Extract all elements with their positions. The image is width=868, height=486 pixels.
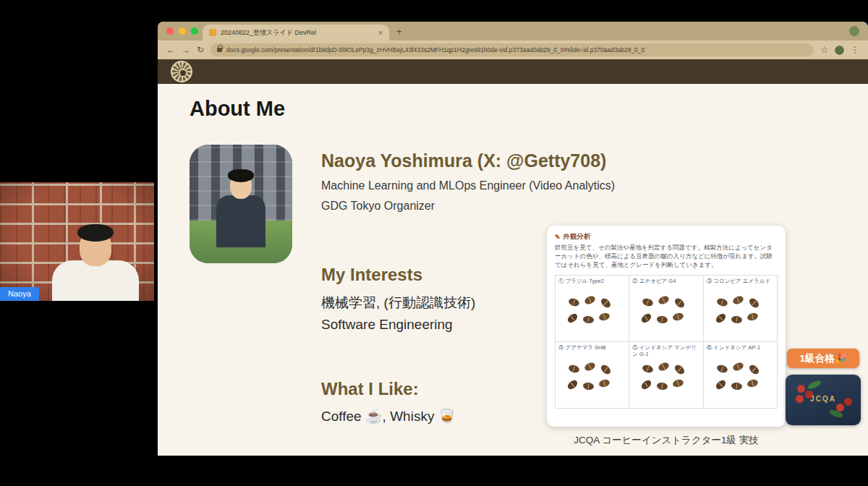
coffee-berry-icon [797,385,805,393]
slide-theme-emblem-icon [171,61,192,82]
close-window-icon[interactable] [166,27,174,35]
bean-cell: ④ グアテマラ SHB [556,342,629,409]
bean-cell: ② エチオピア G4 [629,276,703,342]
pass-badge: 1級合格🎉 [787,349,859,368]
reload-icon[interactable]: ↻ [197,46,204,54]
tab-title: 20240822_登壇スライド DevRel [221,28,374,38]
analysis-header-label: 外観分析 [563,232,591,242]
participant-video-tile[interactable]: Naoya [0,182,154,301]
role-line-2: GDG Tokyo Organizer [321,200,435,213]
bean-label: ③ コロンビア エメラルド [707,278,774,291]
new-tab-button[interactable]: + [396,26,402,37]
browser-tab-bar: 20240822_登壇スライド DevRel × + [158,22,868,40]
participant-name-tag: Naoya [0,287,39,301]
interest-item-2: Software Engineering [321,317,453,333]
participant-head [80,229,111,266]
coffee-analysis-card: ✎ 外観分析 焙煎豆を見て、その製法や産地を判定する問題です。精製方法によってセ… [547,226,786,427]
interest-item-1: 機械学習, (行動認識技術) [321,294,475,312]
jcqa-logo: JCQA [786,375,861,425]
coffee-beans [707,291,774,336]
bean-label: ⑤ インドネシア マンデリン G-1 [632,344,699,358]
role-line-1: Machine Learning and MLOps Engineer (Vid… [321,179,615,192]
menu-kebab-icon[interactable]: ⋮ [851,46,859,54]
coffee-beans [558,358,626,403]
address-bar[interactable]: docs.google.com/presentation/d/1b9dpD-0l… [210,43,814,56]
coffee-beans [558,291,626,336]
maximize-window-icon[interactable] [191,27,198,35]
slide-title: About Me [190,97,285,121]
window-controls [166,27,198,35]
jcqa-logo-text: JCQA [786,395,861,403]
slide-theme-header [158,59,868,84]
tab-favicon-icon [209,29,216,36]
bean-label: ④ グアテマラ SHB [558,344,626,358]
browser-tab[interactable]: 20240822_登壇スライド DevRel × [203,25,389,40]
interests-heading: My Interests [321,265,422,285]
profile-photo [190,145,292,263]
bean-cell: ⑤ インドネシア マンデリン G-1 [629,342,703,409]
coffee-bean-grid: ① ブラジル Type2 ② エチオピア G4 ③ コロンビア エメラルド ④ … [555,275,778,409]
bean-label: ② エチオピア G4 [632,278,699,291]
url-text: docs.google.com/presentation/d/1b9dpD-0l… [226,46,644,54]
browser-url-bar: ← → ↻ docs.google.com/presentation/d/1b9… [158,40,868,59]
person-name: Naoya Yoshimura (X: @Getty708) [321,150,606,171]
analysis-description: 焙煎豆を見て、その製法や産地を判定する問題です。精製方法によってセンターカットの… [555,244,778,270]
emblem-core [179,69,187,77]
bean-cell: ① ブラジル Type2 [556,276,629,342]
tab-close-icon[interactable]: × [378,29,383,37]
likes-heading: What I Like: [321,379,419,399]
leaf-icon [807,379,822,391]
presentation-slide: About Me Naoya Yoshimura (X: @Getty708) … [158,84,868,456]
video-call-screen: 20240822_登壇スライド DevRel × + ← → ↻ docs.go… [0,0,868,486]
profile-avatar[interactable] [849,26,859,36]
account-avatar[interactable] [835,46,844,55]
likes-line: Coffee ☕, Whisky 🥃 [321,408,455,425]
participant-shirt [52,260,139,301]
bean-cell: ③ コロンビア エメラルド [704,276,778,342]
back-icon[interactable]: ← [166,46,175,54]
coffee-beans [707,358,774,403]
minimize-window-icon[interactable] [179,27,186,35]
forward-icon[interactable]: → [182,46,190,54]
bookmark-star-icon[interactable]: ☆ [820,46,828,54]
bean-cell: ⑥ インドネシア AP-1 [704,342,778,409]
coffee-beans [632,291,699,336]
photo-person [216,173,265,247]
photo-person-body [216,195,265,247]
urlbar-actions: ☆ ⋮ [820,46,859,55]
shared-browser-window: 20240822_登壇スライド DevRel × + ← → ↻ docs.go… [158,22,868,456]
lock-icon [217,48,222,52]
photo-person-head [230,173,252,199]
bean-label: ⑥ インドネシア AP-1 [707,344,774,358]
analysis-header: ✎ 外観分析 [555,232,778,242]
coffee-beans [632,358,699,403]
bean-label: ① ブラジル Type2 [558,278,626,291]
card-caption: JCQA コーヒーインストラクター1級 実技 [547,434,786,447]
pencil-icon: ✎ [555,234,561,241]
